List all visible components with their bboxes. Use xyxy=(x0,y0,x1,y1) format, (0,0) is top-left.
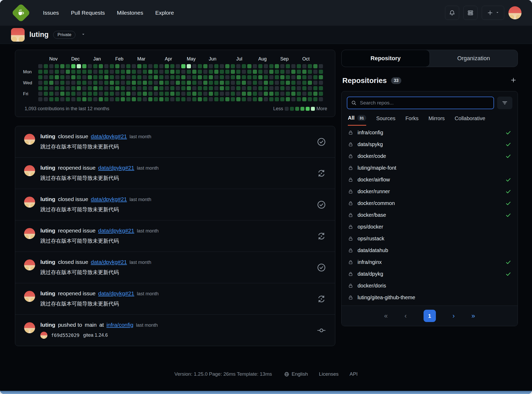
heatmap-cell[interactable] xyxy=(192,70,196,74)
heatmap-cell[interactable] xyxy=(148,92,152,96)
actor-avatar[interactable] xyxy=(24,259,35,270)
create-new-button[interactable] xyxy=(482,6,504,20)
new-repository-button[interactable] xyxy=(510,77,517,85)
heatmap-cell[interactable] xyxy=(214,81,218,85)
heatmap-cell[interactable] xyxy=(297,92,301,96)
heatmap-cell[interactable] xyxy=(165,97,169,101)
heatmap-cell[interactable] xyxy=(115,81,119,85)
heatmap-cell[interactable] xyxy=(170,70,174,74)
prev-page-button[interactable]: ‹ xyxy=(404,312,407,320)
heatmap-cell[interactable] xyxy=(88,86,92,90)
repo-row[interactable]: infra/config xyxy=(342,127,518,138)
nav-link-pull-requests[interactable]: Pull Requests xyxy=(71,10,105,16)
heatmap-cell[interactable] xyxy=(258,86,262,90)
heatmap-cell[interactable] xyxy=(220,92,224,96)
heatmap-cell[interactable] xyxy=(209,64,213,68)
heatmap-cell[interactable] xyxy=(154,92,158,96)
heatmap-cell[interactable] xyxy=(275,81,279,85)
heatmap-cell[interactable] xyxy=(214,86,218,90)
repo-row[interactable]: docker/common xyxy=(342,197,518,209)
heatmap-cell[interactable] xyxy=(165,70,169,74)
heatmap-cell[interactable] xyxy=(154,86,158,90)
heatmap-cell[interactable] xyxy=(110,92,114,96)
heatmap-cell[interactable] xyxy=(93,97,97,101)
repo-name[interactable]: infra/nginx xyxy=(358,259,382,265)
heatmap-cell[interactable] xyxy=(104,64,108,68)
heatmap-cell[interactable] xyxy=(49,70,53,74)
heatmap-cell[interactable] xyxy=(242,70,246,74)
heatmap-cell[interactable] xyxy=(313,92,317,96)
heatmap-cell[interactable] xyxy=(286,70,290,74)
heatmap-cell[interactable] xyxy=(225,97,229,101)
heatmap-cell[interactable] xyxy=(137,81,141,85)
heatmap-cell[interactable] xyxy=(77,92,81,96)
heatmap-cell[interactable] xyxy=(55,97,59,101)
heatmap-cell[interactable] xyxy=(170,75,174,79)
heatmap-cell[interactable] xyxy=(110,64,114,68)
heatmap-cell[interactable] xyxy=(313,75,317,79)
heatmap-cell[interactable] xyxy=(176,86,180,90)
repo-name[interactable]: data/datahub xyxy=(358,247,388,253)
heatmap-cell[interactable] xyxy=(258,81,262,85)
user-avatar[interactable] xyxy=(508,6,522,19)
heatmap-cell[interactable] xyxy=(132,86,136,90)
heatmap-cell[interactable] xyxy=(55,70,59,74)
heatmap-cell[interactable] xyxy=(242,64,246,68)
heatmap-cell[interactable] xyxy=(126,97,130,101)
heatmap-cell[interactable] xyxy=(297,81,301,85)
heatmap-cell[interactable] xyxy=(253,70,257,74)
heatmap-cell[interactable] xyxy=(126,75,130,79)
heatmap-cell[interactable] xyxy=(291,64,295,68)
heatmap-cell[interactable] xyxy=(187,81,191,85)
heatmap-cell[interactable] xyxy=(198,97,202,101)
heatmap-cell[interactable] xyxy=(297,97,301,101)
search-input[interactable] xyxy=(360,100,490,106)
feed-issue-link[interactable]: infra/config xyxy=(106,322,133,328)
heatmap-cell[interactable] xyxy=(264,97,268,101)
heatmap-cell[interactable] xyxy=(148,75,152,79)
heatmap-cell[interactable] xyxy=(302,64,306,68)
heatmap-cell[interactable] xyxy=(258,64,262,68)
heatmap-cell[interactable] xyxy=(181,64,185,68)
heatmap-cell[interactable] xyxy=(198,70,202,74)
heatmap-cell[interactable] xyxy=(275,64,279,68)
heatmap-cell[interactable] xyxy=(143,64,147,68)
heatmap-cell[interactable] xyxy=(104,75,108,79)
heatmap-cell[interactable] xyxy=(93,64,97,68)
heatmap-cell[interactable] xyxy=(159,75,163,79)
heatmap-cell[interactable] xyxy=(49,75,53,79)
heatmap-cell[interactable] xyxy=(236,86,240,90)
heatmap-cell[interactable] xyxy=(104,97,108,101)
heatmap-cell[interactable] xyxy=(126,86,130,90)
heatmap-cell[interactable] xyxy=(264,75,268,79)
heatmap-cell[interactable] xyxy=(93,92,97,96)
footer-link-english[interactable]: English xyxy=(284,371,308,377)
heatmap-cell[interactable] xyxy=(88,70,92,74)
notifications-button[interactable] xyxy=(445,6,459,20)
heatmap-cell[interactable] xyxy=(192,64,196,68)
heatmap-cell[interactable] xyxy=(209,97,213,101)
heatmap-cell[interactable] xyxy=(82,81,86,85)
heatmap-cell[interactable] xyxy=(44,92,48,96)
heatmap-cell[interactable] xyxy=(44,97,48,101)
heatmap-cell[interactable] xyxy=(302,86,306,90)
heatmap-cell[interactable] xyxy=(264,92,268,96)
heatmap-cell[interactable] xyxy=(236,64,240,68)
heatmap-cell[interactable] xyxy=(181,92,185,96)
heatmap-cell[interactable] xyxy=(214,64,218,68)
current-page-button[interactable]: 1 xyxy=(424,310,436,322)
heatmap-cell[interactable] xyxy=(115,86,119,90)
heatmap-cell[interactable] xyxy=(137,92,141,96)
heatmap-cell[interactable] xyxy=(66,86,70,90)
heatmap-cell[interactable] xyxy=(44,64,48,68)
heatmap-cell[interactable] xyxy=(181,75,185,79)
heatmap-cell[interactable] xyxy=(264,81,268,85)
heatmap-cell[interactable] xyxy=(313,70,317,74)
feed-issue-link[interactable]: data/dpykg#21 xyxy=(98,165,134,171)
actor-avatar[interactable] xyxy=(24,165,35,176)
heatmap-cell[interactable] xyxy=(44,75,48,79)
heatmap-cell[interactable] xyxy=(38,81,42,85)
heatmap-cell[interactable] xyxy=(104,92,108,96)
heatmap-cell[interactable] xyxy=(258,75,262,79)
heatmap-cell[interactable] xyxy=(60,75,64,79)
